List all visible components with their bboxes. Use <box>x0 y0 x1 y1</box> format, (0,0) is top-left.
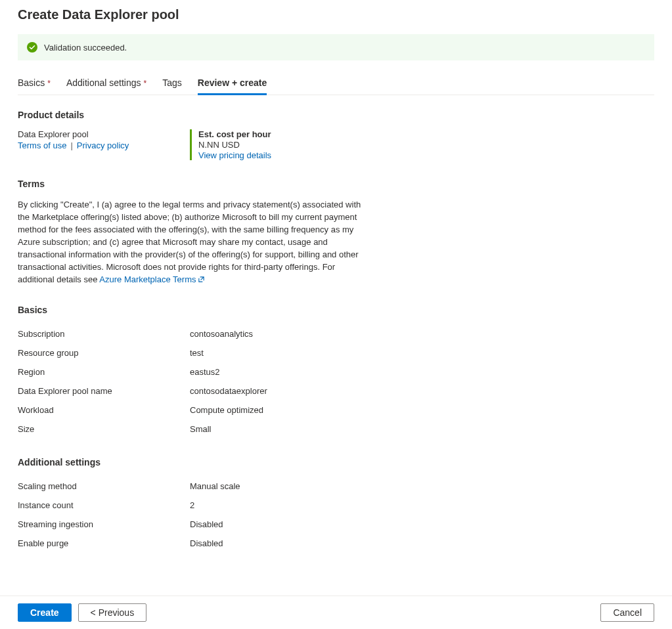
tab-review-create[interactable]: Review + create <box>198 74 267 95</box>
external-link-icon <box>198 274 205 286</box>
check-circle-icon <box>27 42 37 53</box>
terms-text: By clicking "Create", I (a) agree to the… <box>18 198 372 286</box>
basics-value: contosodataexplorer <box>190 386 267 396</box>
basics-key: Region <box>18 367 190 377</box>
cancel-button[interactable]: Cancel <box>600 603 654 622</box>
tabs: Basics* Additional settings* Tags Review… <box>18 74 654 95</box>
basics-key: Size <box>18 424 190 434</box>
basics-row: Data Explorer pool namecontosodataexplor… <box>18 381 654 401</box>
required-indicator: * <box>47 79 51 88</box>
terms-heading: Terms <box>18 179 654 189</box>
basics-row: WorkloadCompute optimized <box>18 401 654 420</box>
basics-row: Regioneastus2 <box>18 362 654 381</box>
validation-banner: Validation succeeded. <box>18 34 654 60</box>
additional-key: Scaling method <box>18 481 190 491</box>
basics-row: Subscriptioncontosoanalytics <box>18 324 654 343</box>
tab-tags-label: Tags <box>162 77 182 88</box>
validation-message: Validation succeeded. <box>44 43 127 53</box>
cost-value: N.NN USD <box>198 140 271 150</box>
create-button[interactable]: Create <box>18 603 72 622</box>
marketplace-terms-link[interactable]: Azure Marketplace Terms <box>99 274 205 284</box>
additional-value: Disabled <box>190 538 223 548</box>
basics-value: Small <box>190 424 212 434</box>
basics-key: Resource group <box>18 348 190 358</box>
tab-tags[interactable]: Tags <box>162 74 182 95</box>
link-separator: | <box>70 141 72 150</box>
svg-point-0 <box>27 42 37 53</box>
previous-button[interactable]: < Previous <box>78 603 147 622</box>
product-details-heading: Product details <box>18 110 654 120</box>
additional-row: Enable purgeDisabled <box>18 534 654 553</box>
page-title: Create Data Explorer pool <box>18 7 654 22</box>
additional-settings-heading: Additional settings <box>18 457 654 467</box>
basics-row: SizeSmall <box>18 420 654 439</box>
tab-basics[interactable]: Basics* <box>18 74 51 95</box>
basics-value: Compute optimized <box>190 405 263 415</box>
basics-heading: Basics <box>18 305 654 315</box>
basics-row: Resource grouptest <box>18 343 654 362</box>
tab-additional-settings[interactable]: Additional settings* <box>66 74 146 95</box>
additional-value: Disabled <box>190 519 223 529</box>
terms-body: By clicking "Create", I (a) agree to the… <box>18 200 361 284</box>
product-name: Data Explorer pool <box>18 129 190 139</box>
terms-of-use-link[interactable]: Terms of use <box>18 141 66 150</box>
basics-value: eastus2 <box>190 367 220 377</box>
footer: Create < Previous Cancel <box>0 596 672 629</box>
tab-review-label: Review + create <box>198 77 267 88</box>
additional-key: Streaming ingestion <box>18 519 190 529</box>
basics-value: contosoanalytics <box>190 329 253 339</box>
additional-row: Scaling methodManual scale <box>18 477 654 496</box>
basics-value: test <box>190 348 204 358</box>
additional-row: Instance count2 <box>18 496 654 515</box>
view-pricing-link[interactable]: View pricing details <box>198 150 271 160</box>
tab-basics-label: Basics <box>18 77 45 88</box>
basics-key: Workload <box>18 405 190 415</box>
cost-label: Est. cost per hour <box>198 129 271 139</box>
additional-value: Manual scale <box>190 481 240 491</box>
tab-additional-label: Additional settings <box>66 77 141 88</box>
marketplace-terms-label: Azure Marketplace Terms <box>99 274 196 284</box>
additional-row: Streaming ingestionDisabled <box>18 515 654 534</box>
additional-value: 2 <box>190 500 194 510</box>
basics-key: Data Explorer pool name <box>18 386 190 396</box>
required-indicator: * <box>144 79 147 88</box>
additional-key: Enable purge <box>18 538 190 548</box>
cost-block: Est. cost per hour N.NN USD View pricing… <box>190 129 271 160</box>
additional-key: Instance count <box>18 500 190 510</box>
basics-key: Subscription <box>18 329 190 339</box>
privacy-policy-link[interactable]: Privacy policy <box>77 141 129 150</box>
